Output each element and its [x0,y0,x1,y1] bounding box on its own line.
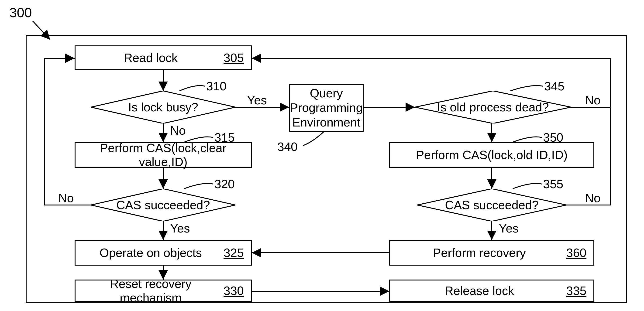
node-read-lock: Read lock 305 [74,45,252,70]
node-operate-objects: Operate on objects 325 [74,240,252,266]
node-reset-recovery: Reset recovery mechanism 330 [74,280,252,302]
edge-no-355: No [585,191,600,205]
ref-315: 315 [214,130,235,144]
node-perform-recovery: Perform recovery 360 [389,240,594,266]
node-text: Operate on objects [82,246,219,260]
node-text: CAS succeeded? [445,198,539,212]
node-text: Perform recovery [397,246,562,260]
node-ref: 325 [224,246,244,260]
node-old-process-dead: Is old process dead? [415,91,571,123]
node-cas-succeeded-right: CAS succeeded? [417,189,566,221]
node-is-lock-busy: Is lock busy? [91,91,236,123]
ref-350: 350 [543,130,563,144]
node-text: Perform CAS(lock,clear value,ID) [82,141,244,169]
ref-355: 355 [543,177,563,191]
ref-310: 310 [206,79,226,93]
node-ref: 335 [566,284,586,298]
ref-345: 345 [544,79,564,93]
node-text: Is lock busy? [128,100,198,114]
node-query-env: Query Programming Environment [289,84,364,132]
node-cas-succeeded-left: CAS succeeded? [91,189,236,221]
node-text: Release lock [397,284,562,298]
ref-340: 340 [277,140,298,154]
edge-yes-355: Yes [499,221,518,235]
node-text: Read lock [82,51,219,65]
node-release-lock: Release lock 335 [389,280,594,302]
node-text: CAS succeeded? [116,198,210,212]
node-ref: 305 [224,51,244,65]
node-cas-oldid: Perform CAS(lock,old ID,ID) [389,142,594,168]
figure-number: 300 [9,5,32,20]
ref-320: 320 [214,177,235,191]
node-text: Is old process dead? [437,100,549,114]
node-ref: 330 [224,284,244,298]
node-text: Reset recovery mechanism [82,277,219,305]
edge-yes-320: Yes [170,221,190,235]
edge-no-345: No [585,93,600,107]
edge-yes-310: Yes [247,93,267,107]
node-cas-clear: Perform CAS(lock,clear value,ID) [74,142,252,168]
node-text: Query Programming Environment [290,86,363,130]
node-ref: 360 [566,246,586,260]
node-text: Perform CAS(lock,old ID,ID) [397,148,586,162]
edge-no-320: No [58,191,74,205]
edge-no-310: No [170,123,186,137]
